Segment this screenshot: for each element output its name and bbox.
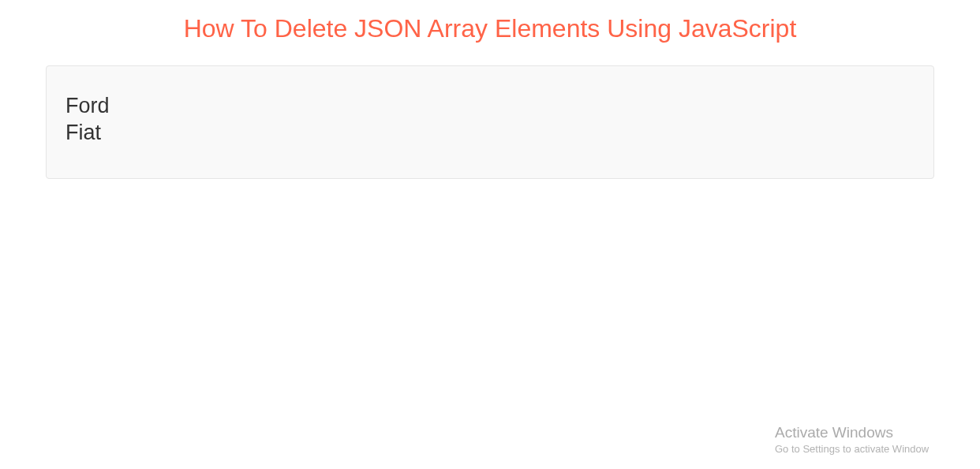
- page-title: How To Delete JSON Array Elements Using …: [0, 0, 980, 65]
- watermark-subtitle: Go to Settings to activate Window: [775, 443, 980, 455]
- output-item: Fiat: [65, 120, 915, 147]
- output-item: Ford: [65, 93, 915, 120]
- watermark-title: Activate Windows: [775, 424, 980, 441]
- output-box: Ford Fiat: [46, 65, 934, 179]
- windows-activation-watermark: Activate Windows Go to Settings to activ…: [775, 424, 980, 455]
